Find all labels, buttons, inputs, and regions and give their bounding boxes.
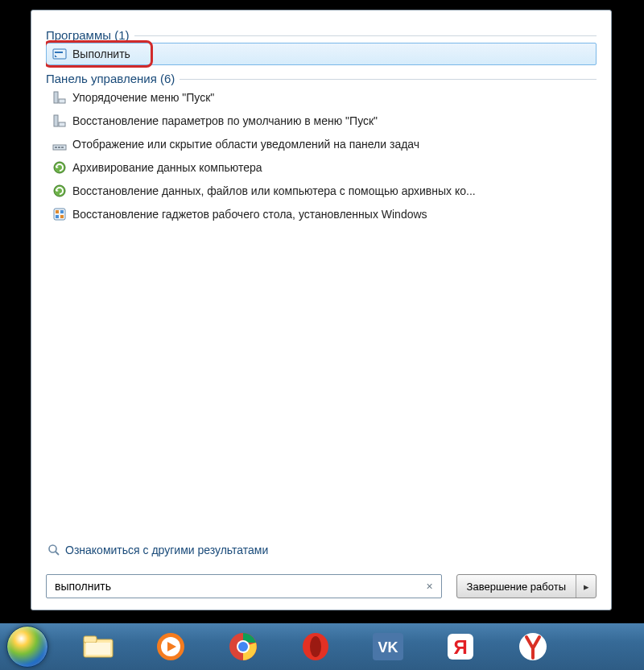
result-cp-4[interactable]: Восстановление данных, файлов или компью… [46, 180, 597, 202]
section-programs-title: Программы (1) [46, 28, 130, 42]
start-button[interactable] [6, 626, 48, 668]
backup-icon [52, 159, 68, 176]
more-results-label: Ознакомиться с другими результатами [65, 544, 268, 556]
more-results-link[interactable]: Ознакомиться с другими результатами [46, 537, 597, 566]
wmp-icon [155, 631, 187, 663]
svg-rect-4 [54, 115, 58, 126]
clear-search-button[interactable]: × [423, 580, 436, 593]
section-control-panel-header: Панель управления (6) [46, 72, 597, 85]
vk-icon: VK [371, 631, 405, 662]
result-cp-1[interactable]: Восстановление параметров по умолчанию в… [46, 110, 597, 132]
result-label: Упорядочение меню "Пуск" [72, 91, 214, 104]
search-icon [46, 542, 62, 558]
svg-line-18 [56, 552, 59, 555]
taskbar-icon [52, 89, 68, 105]
svg-text:VK: VK [378, 639, 398, 656]
taskbar-yandex-browser[interactable] [510, 627, 555, 666]
result-label: Архивирование данных компьютера [72, 161, 262, 174]
svg-rect-3 [59, 99, 65, 103]
taskbar-icon [52, 113, 68, 129]
svg-rect-13 [56, 210, 59, 213]
result-label: Отображение или скрытие области уведомле… [72, 138, 419, 151]
svg-rect-8 [58, 147, 60, 148]
svg-rect-2 [54, 92, 58, 103]
result-label: Выполнить [72, 48, 130, 60]
start-menu-search-panel: Программы (1) Выполнить Панель управлени… [31, 10, 612, 610]
result-cp-3[interactable]: Архивирование данных компьютера [46, 156, 597, 179]
taskbar: VK Я [0, 623, 644, 670]
taskbar-chrome[interactable] [221, 627, 266, 666]
opera-icon [299, 631, 332, 663]
result-cp-2[interactable]: Отображение или скрытие области уведомле… [46, 133, 597, 155]
shutdown-button[interactable]: Завершение работы ▸ [456, 574, 597, 598]
result-cp-0[interactable]: Упорядочение меню "Пуск" [46, 86, 597, 109]
gadget-icon [52, 206, 68, 222]
shutdown-arrow[interactable]: ▸ [576, 575, 596, 598]
result-cp-5[interactable]: Восстановление гаджетов рабочего стола, … [46, 203, 597, 225]
search-results: Программы (1) Выполнить Панель управлени… [46, 25, 597, 532]
svg-rect-7 [55, 147, 57, 148]
notify-icon [52, 136, 68, 152]
result-label: Восстановление гаджетов рабочего стола, … [72, 208, 427, 221]
shutdown-label[interactable]: Завершение работы [457, 575, 576, 598]
svg-point-28 [310, 636, 321, 657]
section-control-panel-title: Панель управления (6) [46, 72, 175, 85]
chrome-icon [227, 631, 259, 663]
result-label: Восстановление данных, файлов или компью… [72, 184, 476, 197]
taskbar-vk[interactable]: VK [365, 627, 411, 666]
svg-rect-5 [59, 122, 65, 126]
taskbar-media-player[interactable] [148, 627, 193, 666]
result-run[interactable]: Выполнить [46, 43, 597, 65]
yandex-y-icon [517, 631, 549, 663]
result-label: Восстановление параметров по умолчанию в… [72, 114, 378, 127]
svg-rect-16 [60, 215, 64, 218]
svg-rect-21 [86, 643, 110, 655]
svg-rect-9 [61, 147, 64, 148]
bottom-bar: × Завершение работы ▸ [46, 566, 597, 598]
search-box[interactable]: × [46, 574, 442, 598]
explorer-icon [81, 633, 115, 660]
svg-rect-20 [84, 636, 97, 643]
backup-icon [52, 183, 68, 199]
yandex-red-icon: Я [444, 631, 477, 663]
svg-point-17 [49, 545, 56, 552]
svg-rect-15 [56, 215, 59, 218]
taskbar-opera[interactable] [293, 627, 338, 666]
taskbar-explorer[interactable] [76, 627, 121, 666]
taskbar-yandex[interactable]: Я [438, 627, 483, 666]
svg-rect-14 [60, 210, 64, 213]
svg-point-26 [238, 642, 248, 651]
svg-rect-0 [53, 49, 66, 59]
section-programs-header: Программы (1) [46, 28, 597, 42]
run-icon [52, 46, 68, 62]
svg-text:Я: Я [453, 636, 467, 658]
svg-rect-1 [55, 52, 63, 53]
search-input[interactable] [55, 580, 423, 593]
